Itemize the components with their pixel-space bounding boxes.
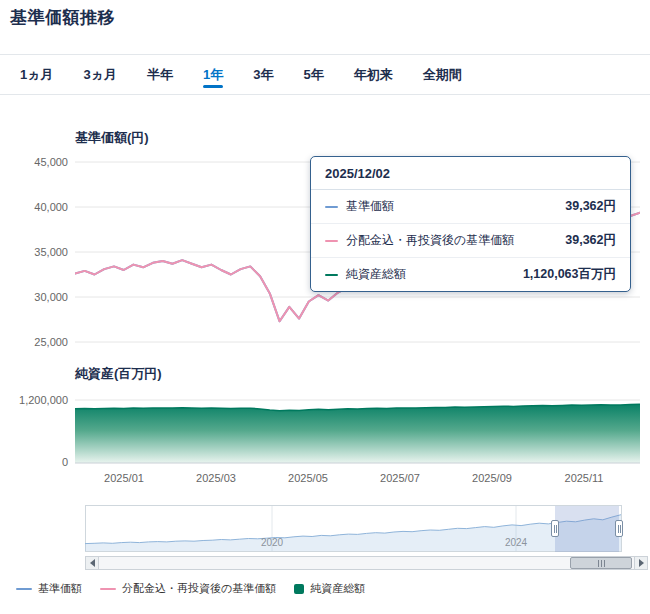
- price-axis-tick-40000: 40,000: [0, 201, 68, 213]
- navigator-scrollbar: [85, 556, 648, 570]
- price-axis-tick-35000: 35,000: [0, 246, 68, 258]
- scrollbar-track[interactable]: [99, 556, 634, 570]
- tooltip-row-nav-price: 基準価額 39,362円: [311, 190, 630, 224]
- tab-6months[interactable]: 半年: [147, 55, 173, 94]
- tab-3years[interactable]: 3年: [253, 55, 273, 94]
- period-tabbar: 1ヵ月 3ヵ月 半年 1年 3年 5年 年初来 全期間: [0, 54, 650, 95]
- chart-tooltip: 2025/12/02 基準価額 39,362円 分配金込・再投資後の基準価額 3…: [310, 156, 631, 292]
- tab-all-period[interactable]: 全期間: [423, 55, 462, 94]
- asset-area-chart[interactable]: [75, 392, 640, 467]
- tab-3months[interactable]: 3ヵ月: [84, 55, 118, 94]
- x-axis-tick-jan: 2025/01: [92, 472, 156, 484]
- tooltip-row-reinvested-price: 分配金込・再投資後の基準価額 39,362円: [311, 224, 630, 258]
- price-axis-tick-45000: 45,000: [0, 156, 68, 168]
- price-axis-tick-25000: 25,000: [0, 336, 68, 348]
- price-axis-tick-30000: 30,000: [0, 291, 68, 303]
- scrollbar-thumb[interactable]: [570, 557, 632, 569]
- left-arrow-icon: [90, 559, 95, 567]
- tab-1month[interactable]: 1ヵ月: [20, 55, 54, 94]
- tab-1year[interactable]: 1年: [203, 55, 223, 94]
- tooltip-row-label: 分配金込・再投資後の基準価額: [346, 232, 514, 249]
- legend: 基準価額 分配金込・再投資後の基準価額 純資産総額: [16, 581, 365, 596]
- x-axis-tick-mar: 2025/03: [184, 472, 248, 484]
- tab-ytd[interactable]: 年初来: [354, 55, 393, 94]
- asset-chart-title: 純資産(百万円): [75, 365, 162, 383]
- asset-axis-tick-0: 0: [0, 456, 68, 468]
- tooltip-date: 2025/12/02: [311, 157, 630, 190]
- x-axis-tick-nov: 2025/11: [552, 472, 616, 484]
- thumb-grip-icon: [601, 560, 602, 567]
- reinvested-price-series-marker-icon: [325, 240, 338, 242]
- navigator-year-label-2024: 2024: [494, 537, 538, 548]
- navigator-left-handle[interactable]: [551, 520, 559, 537]
- nav-price-legend-marker-icon: [16, 588, 32, 590]
- x-axis-tick-sep: 2025/09: [460, 472, 524, 484]
- legend-item-reinvested-price[interactable]: 分配金込・再投資後の基準価額: [100, 581, 276, 596]
- legend-label: 基準価額: [38, 581, 82, 596]
- tooltip-row-value: 39,362円: [551, 232, 616, 249]
- total-assets-legend-marker-icon: [294, 584, 304, 594]
- price-chart-title: 基準価額(円): [75, 129, 149, 147]
- navigator-chart[interactable]: [85, 505, 622, 553]
- total-assets-series-marker-icon: [325, 274, 338, 276]
- scrollbar-right-button[interactable]: [634, 556, 648, 570]
- nav-price-series-marker-icon: [325, 206, 338, 208]
- tooltip-row-value: 39,362円: [551, 198, 616, 215]
- legend-label: 分配金込・再投資後の基準価額: [122, 581, 276, 596]
- x-axis-tick-may: 2025/05: [276, 472, 340, 484]
- reinvested-price-legend-marker-icon: [100, 588, 116, 590]
- tooltip-row-label: 純資産総額: [346, 266, 406, 283]
- navigator-right-handle[interactable]: [615, 520, 623, 537]
- navigator-year-label-2020: 2020: [250, 537, 294, 548]
- legend-label: 純資産総額: [310, 581, 365, 596]
- scrollbar-left-button[interactable]: [85, 556, 99, 570]
- x-axis-tick-jul: 2025/07: [368, 472, 432, 484]
- tooltip-row-value: 1,120,063百万円: [509, 266, 616, 283]
- page-title: 基準価額推移: [10, 6, 115, 29]
- tab-5years[interactable]: 5年: [304, 55, 324, 94]
- legend-item-total-assets[interactable]: 純資産総額: [294, 581, 365, 596]
- tooltip-row-label: 基準価額: [346, 198, 394, 215]
- legend-item-nav-price[interactable]: 基準価額: [16, 581, 82, 596]
- fund-price-chart-panel: 基準価額推移 1ヵ月 3ヵ月 半年 1年 3年 5年 年初来 全期間 基準価額(…: [0, 0, 650, 614]
- navigator-selected-range[interactable]: [555, 506, 619, 552]
- tooltip-row-total-assets: 純資産総額 1,120,063百万円: [311, 258, 630, 291]
- asset-axis-tick-1200000: 1,200,000: [0, 394, 68, 406]
- right-arrow-icon: [639, 559, 644, 567]
